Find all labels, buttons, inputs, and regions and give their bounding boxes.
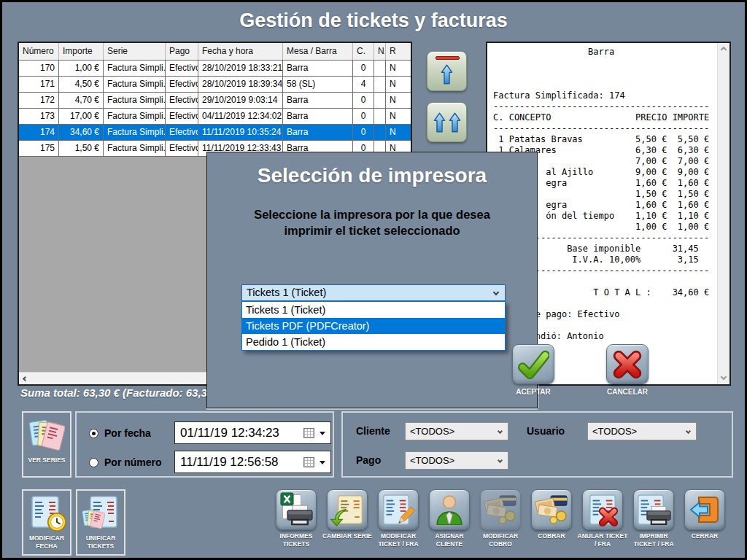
note-stack-icon <box>28 416 65 454</box>
usuario-combo[interactable]: <TODOS> <box>587 422 697 440</box>
modificar-cobro-button: MODIFICAR COBRO <box>475 489 526 548</box>
table-body: 170 1,00 € Factura Simpli... Efectivo 28… <box>19 61 411 157</box>
cambiar-serie-button[interactable]: CAMBIAR SERIE <box>322 489 373 540</box>
arrow-up-icon <box>433 109 446 136</box>
calendar-icon[interactable] <box>303 457 314 467</box>
entity-filter-group: Cliente <TODOS> Usuario <TODOS> Pago <TO… <box>341 411 733 478</box>
table-row[interactable]: 174 34,60 € Factura Simpli... Efectivo 1… <box>19 125 411 141</box>
merge-tickets-icon <box>83 494 118 532</box>
money-icon <box>480 489 521 530</box>
date-to-field[interactable]: 11/11/19 12:56:58 <box>174 451 331 473</box>
informes-tickets-button[interactable]: INFORMES TICKETS <box>271 489 322 548</box>
money-icon <box>531 489 572 530</box>
por-numero-label: Por número <box>104 456 162 468</box>
aceptar-button[interactable]: ACEPTAR <box>500 344 567 397</box>
scroll-page-up-button[interactable] <box>427 102 467 142</box>
date-from-field[interactable]: 01/11/19 12:34:23 <box>174 421 331 444</box>
column-header-pago[interactable]: Pago <box>166 43 198 60</box>
printer-selection-dialog: Selección de impresora Seleccione la imp… <box>206 152 538 408</box>
scroll-down-arrow-icon[interactable] <box>718 372 729 384</box>
sum-total-label: Suma total: 63,30 € (Facturado: 63,30 €) <box>20 386 226 399</box>
column-header-n[interactable]: N. <box>374 43 386 60</box>
app-window: Gestión de tickets y facturas Número Imp… <box>0 0 747 560</box>
exit-door-icon <box>684 489 725 530</box>
usuario-label: Usuario <box>527 425 565 437</box>
green-check-icon <box>512 344 554 384</box>
column-header-serie[interactable]: Serie <box>104 43 166 60</box>
scroll-up-arrow-icon[interactable] <box>718 43 729 55</box>
column-header-c[interactable]: C. <box>353 43 374 60</box>
calendar-dropdown-icon[interactable] <box>320 432 325 435</box>
por-fecha-label: Por fecha <box>104 427 151 439</box>
anular-ticket-button[interactable]: ANULAR TICKET / FRA <box>577 489 628 548</box>
person-icon <box>429 489 470 530</box>
ticket-red-cross-icon <box>582 489 623 530</box>
arrow-up-icon <box>449 109 461 136</box>
printer-option[interactable]: Pedido 1 (Ticket) <box>242 334 505 350</box>
ticket-pencil-icon <box>378 489 419 530</box>
printer-option[interactable]: Tickets PDF (PDFCreator) <box>242 318 505 334</box>
chevron-down-icon <box>493 289 499 295</box>
cliente-label: Cliente <box>356 425 390 437</box>
printer-dropdown-list: Tickets 1 (Ticket)Tickets PDF (PDFCreato… <box>241 301 506 351</box>
ticket-clock-icon <box>29 494 64 532</box>
column-header-importe[interactable]: Importe <box>59 43 104 60</box>
pago-combo[interactable]: <TODOS> <box>405 451 508 470</box>
modificar-fecha-button[interactable]: MODIFICAR FECHA <box>22 489 71 556</box>
table-row[interactable]: 170 1,00 € Factura Simpli... Efectivo 28… <box>19 61 411 77</box>
unificar-tickets-button[interactable]: UNIFICAR TICKETS <box>76 489 125 556</box>
por-fecha-radio[interactable] <box>89 429 98 438</box>
column-header-fecha[interactable]: Fecha y hora <box>198 43 283 60</box>
calendar-dropdown-icon[interactable] <box>320 461 325 464</box>
red-cross-icon <box>606 344 649 384</box>
imprimir-ticket-button[interactable]: IMPRIMIR TICKET / FRA <box>628 489 679 548</box>
table-row[interactable]: 172 4,70 € Factura Simpli... Efectivo 29… <box>19 93 411 109</box>
table-row[interactable]: 173 17,00 € Factura Simpli... Efectivo 0… <box>19 109 411 125</box>
modificar-ticket-button[interactable]: MODIFICAR TICKET / FRA <box>373 489 424 548</box>
ticket-green-arrow-icon <box>327 489 368 530</box>
cancelar-button[interactable]: CANCELAR <box>594 344 661 397</box>
cliente-combo[interactable]: <TODOS> <box>405 422 508 440</box>
column-header-r[interactable]: R <box>386 43 411 60</box>
asignar-cliente-button[interactable]: ASIGNAR CLIENTE <box>424 489 475 548</box>
arrow-up-icon <box>441 61 453 88</box>
dialog-message: Seleccione la impresora por la que desea… <box>235 206 509 239</box>
scroll-left-arrow-icon[interactable] <box>19 373 31 384</box>
receipt-scrollbar[interactable] <box>717 43 729 384</box>
table-row[interactable]: 171 4,50 € Factura Simpli... Efectivo 28… <box>19 77 411 93</box>
printer-option[interactable]: Tickets 1 (Ticket) <box>242 302 505 318</box>
top-bar-icon <box>436 56 460 60</box>
ticket-printer-icon <box>633 489 674 530</box>
dialog-title: Selección de impresora <box>207 164 537 187</box>
printer-combo[interactable]: Tickets 1 (Ticket) <box>241 284 506 301</box>
ver-series-button[interactable]: VER SERIES <box>22 411 71 478</box>
table-header: Número Importe Serie Pago Fecha y hora M… <box>19 43 411 61</box>
por-numero-radio[interactable] <box>89 458 98 467</box>
column-header-mesa[interactable]: Mesa / Barra <box>283 43 353 60</box>
excel-printer-icon <box>276 489 317 530</box>
cobrar-button[interactable]: COBRAR <box>526 489 577 540</box>
date-filter-group: Por fecha 01/11/19 12:34:23 Por número 1… <box>75 411 334 478</box>
cerrar-button[interactable]: CERRAR <box>679 489 730 540</box>
calendar-icon[interactable] <box>303 428 314 438</box>
scroll-to-top-button[interactable] <box>427 51 467 91</box>
pago-label: Pago <box>356 454 381 466</box>
column-header-numero[interactable]: Número <box>19 43 59 60</box>
page-title: Gestión de tickets y facturas <box>0 9 747 32</box>
